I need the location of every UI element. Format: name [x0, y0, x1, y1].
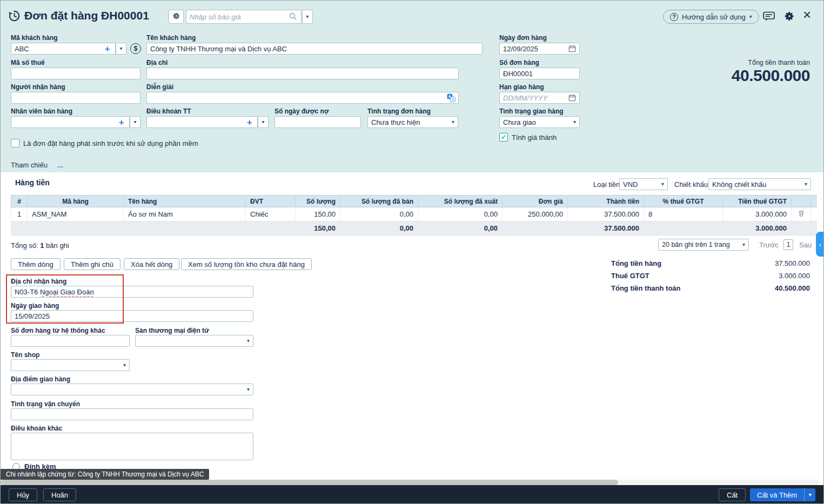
total-sl-da-xuat: 0,00: [418, 221, 502, 235]
total-so-luong: 150,00: [295, 221, 340, 235]
calendar-icon[interactable]: [568, 94, 576, 104]
hoan-button[interactable]: Hoãn: [43, 488, 76, 501]
calendar-icon[interactable]: [568, 45, 576, 55]
tong-tien-hang-label: Tổng tiền hàng: [611, 259, 661, 267]
so-don-hang-input[interactable]: [499, 68, 580, 79]
cell-sl-da-xuat[interactable]: 0,00: [418, 207, 503, 221]
tab-hang-tien[interactable]: Hàng tiền: [15, 178, 50, 187]
page-size-select[interactable]: 20 bản ghi trên 1 trang: [658, 239, 749, 251]
nguoi-nhan-hang-input[interactable]: [11, 92, 140, 104]
label-dia-chi: Địa chỉ: [146, 59, 168, 66]
chiet-khau-select[interactable]: Không chiết khấu: [708, 178, 811, 190]
nhan-vien-dropdown[interactable]: [130, 116, 140, 128]
cell-dvt[interactable]: Chiếc: [246, 207, 296, 221]
dia-chi-input[interactable]: [146, 68, 459, 79]
chevron-down-icon: [452, 119, 454, 125]
tong-thanh-toan-value: 40.500.000: [775, 284, 810, 292]
dia-chi-nhan-hang-input[interactable]: N03-T6 Ngoại Giao Đoàn: [11, 286, 253, 298]
chevron-down-icon: [247, 338, 250, 344]
translate-icon[interactable]: Aa: [447, 93, 455, 104]
col-row-actions: [792, 196, 811, 207]
tinh-gia-thanh-checkbox[interactable]: [499, 133, 508, 142]
ngay-don-hang-input[interactable]: [499, 43, 580, 55]
ten-shop-select[interactable]: [11, 359, 130, 371]
xem-ton-kho-button[interactable]: Xem số lượng tồn kho chưa đặt hàng: [181, 258, 312, 270]
customer-finance-icon[interactable]: [130, 43, 141, 54]
horizontal-scrollbar-thumb[interactable]: [1, 480, 618, 485]
branch-tooltip: Chi nhánh lập chứng từ: Công ty TNHH Thư…: [1, 469, 209, 480]
them-dong-button[interactable]: Thêm dòng: [11, 258, 61, 270]
so-ngay-duoc-no-input[interactable]: [274, 116, 361, 128]
them-ghi-chu-button[interactable]: Thêm ghi chú: [64, 258, 120, 270]
xoa-het-dong-button[interactable]: Xóa hết dòng: [124, 258, 179, 270]
cat-button[interactable]: Cất: [719, 488, 746, 501]
quote-dropdown-button[interactable]: [302, 10, 313, 24]
dieu-khoan-tt-input[interactable]: [146, 116, 258, 128]
dia-chi-nhan-hang-text: N03-T6: [15, 288, 40, 296]
label-ten-shop: Tên shop: [11, 351, 39, 359]
help-button[interactable]: Hướng dẫn sử dụng: [663, 10, 759, 24]
cell-sl-da-ban[interactable]: 0,00: [340, 207, 418, 221]
total-payment-banner-label: Tổng tiền thanh toán: [748, 59, 810, 66]
side-panel-toggle[interactable]: ‹: [816, 232, 824, 257]
label-dieu-khoan-khac: Điều khoản khác: [11, 425, 62, 432]
col-thanh-tien: Thành tiền: [568, 196, 644, 207]
pager-page-box[interactable]: 1: [783, 239, 793, 250]
page-size-value: 20 bản ghi trên 1 trang: [662, 241, 730, 248]
han-giao-hang-input[interactable]: [499, 92, 580, 104]
quote-settings-button[interactable]: [169, 10, 184, 24]
info-icon: [670, 13, 678, 21]
ma-khach-hang-input[interactable]: [11, 43, 116, 55]
label-dia-diem-giao-hang: Địa điểm giao hàng: [11, 375, 70, 383]
cell-ma-hang[interactable]: ASM_NAM: [28, 207, 124, 221]
chevron-down-icon: [123, 362, 126, 368]
dieu-khoan-tt-dropdown[interactable]: [258, 116, 269, 128]
huy-button[interactable]: Hủy: [9, 488, 37, 501]
ma-khach-hang-dropdown[interactable]: [116, 43, 126, 55]
dien-giai-input[interactable]: [146, 92, 459, 104]
so-dh-he-thong-khac-input[interactable]: [11, 335, 130, 347]
close-icon[interactable]: [803, 8, 811, 22]
cell-stt[interactable]: 1: [11, 207, 28, 221]
tinh-trang-don-hang-value: Chưa thực hiện: [371, 118, 420, 126]
add-payment-term-icon[interactable]: [247, 118, 252, 127]
cell-thue-pct[interactable]: 8: [644, 207, 723, 221]
dia-diem-giao-hang-select[interactable]: [11, 384, 253, 395]
chevron-down-icon: [809, 492, 812, 498]
add-salesperson-icon[interactable]: [119, 118, 124, 127]
ngay-giao-hang-input[interactable]: [11, 310, 253, 322]
nhan-vien-ban-hang-input[interactable]: [11, 116, 130, 128]
add-customer-icon[interactable]: [105, 45, 110, 53]
cell-ten-hang[interactable]: Áo sơ mi Nam: [124, 207, 246, 221]
ma-so-thue-input[interactable]: [11, 68, 140, 79]
loai-tien-value: VND: [623, 180, 638, 189]
cat-va-them-button[interactable]: Cất và Thêm: [750, 488, 804, 501]
cell-so-luong[interactable]: 150,00: [296, 207, 340, 221]
footer-bar: Hủy Hoãn Cất Cất và Thêm: [1, 485, 823, 504]
cell-thanh-tien[interactable]: 37.500.000: [568, 207, 644, 221]
svg-text:a: a: [452, 97, 454, 101]
settings-gear-icon[interactable]: [784, 11, 795, 23]
pager-next[interactable]: Sau: [799, 241, 812, 249]
loai-tien-select[interactable]: VND: [619, 178, 668, 190]
col-filler: [811, 196, 820, 207]
feedback-icon[interactable]: [763, 11, 775, 23]
cat-va-them-dropdown[interactable]: [804, 488, 815, 501]
history-icon[interactable]: [8, 10, 21, 24]
horizontal-scrollbar[interactable]: [1, 480, 818, 485]
tinh-trang-don-hang-select[interactable]: Chưa thực hiện: [367, 116, 458, 128]
cell-tien-thue[interactable]: 3.000.000: [723, 207, 792, 221]
dieu-khoan-khac-textarea[interactable]: [11, 433, 253, 460]
cell-don-gia[interactable]: 250.000,00: [503, 207, 568, 221]
record-count-prefix: Tổng số:: [11, 241, 38, 250]
tinh-trang-van-chuyen-input[interactable]: [11, 408, 253, 420]
tinh-trang-giao-hang-select[interactable]: Chưa giao: [499, 116, 580, 128]
pager-prev[interactable]: Trước: [759, 241, 779, 249]
pre-software-checkbox[interactable]: [11, 139, 19, 147]
row-delete-button[interactable]: [792, 207, 811, 221]
quote-number-input[interactable]: [186, 10, 302, 24]
tham-chieu-more-link[interactable]: ...: [57, 161, 63, 169]
table-row: 1 ASM_NAM Áo sơ mi Nam Chiếc 150,00 0,00…: [11, 207, 817, 221]
ten-khach-hang-input[interactable]: [146, 43, 483, 55]
san-tmdt-select[interactable]: [135, 335, 253, 347]
